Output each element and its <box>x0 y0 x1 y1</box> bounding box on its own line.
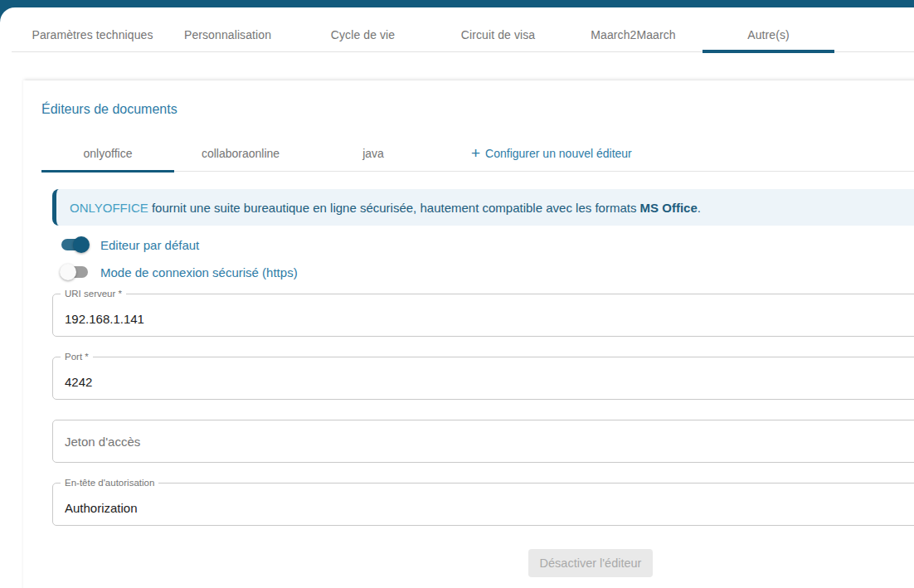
editor-config-form: ONLYOFFICE fournit une suite bureautique… <box>52 172 914 577</box>
tab-autres[interactable]: Autre(s) <box>701 19 836 52</box>
https-mode-toggle-row: Mode de connexion sécurisé (https) <box>60 264 914 280</box>
add-editor-button[interactable]: + Configurer un nouvel éditeur <box>440 135 664 172</box>
port-label: Port * <box>61 352 93 362</box>
default-editor-toggle-row: Editeur par défaut <box>60 236 914 253</box>
info-suffix: . <box>698 201 701 215</box>
info-text: fournit une suite bureautique en ligne s… <box>152 201 637 215</box>
port-input[interactable] <box>65 375 914 389</box>
page-title: Éditeurs de documents <box>41 102 914 117</box>
server-uri-label: URI serveur * <box>61 289 126 299</box>
server-uri-input[interactable] <box>65 312 914 326</box>
form-actions: Désactiver l'éditeur <box>52 549 914 577</box>
auth-header-label: En-tête d'autorisation <box>61 478 158 488</box>
tab-onlyoffice[interactable]: onlyoffice <box>41 135 174 172</box>
tab-circuit-de-visa[interactable]: Circuit de visa <box>430 19 566 52</box>
brand-link: ONLYOFFICE <box>70 201 148 215</box>
editor-tab-bar: onlyoffice collaboraonline java + Config… <box>41 135 914 172</box>
info-bold-text: MS Office <box>640 201 698 215</box>
auth-header-field: En-tête d'autorisation <box>52 483 914 526</box>
tab-maarch2maarch[interactable]: Maarch2Maarch <box>566 19 701 52</box>
settings-card: Paramètres techniques Personnalisation C… <box>0 7 914 588</box>
default-editor-toggle[interactable] <box>60 236 90 253</box>
access-token-input[interactable] <box>65 435 914 449</box>
toggle-knob <box>73 236 90 253</box>
tab-java[interactable]: java <box>307 135 440 172</box>
tab-collaboraonline[interactable]: collaboraonline <box>174 135 307 172</box>
info-banner: ONLYOFFICE fournit une suite bureautique… <box>52 189 914 226</box>
tab-parametres-techniques[interactable]: Paramètres techniques <box>25 19 160 52</box>
server-uri-field: URI serveur * <box>52 294 914 337</box>
plus-icon: + <box>471 145 480 161</box>
access-token-field <box>52 420 914 463</box>
main-tab-bar: Paramètres techniques Personnalisation C… <box>12 7 914 52</box>
add-editor-label: Configurer un nouvel éditeur <box>485 135 632 172</box>
tab-personnalisation[interactable]: Personnalisation <box>160 19 295 52</box>
toggle-group: Editeur par défaut Mode de connexion séc… <box>52 236 914 280</box>
https-mode-toggle[interactable] <box>60 264 90 280</box>
disable-editor-button[interactable]: Désactiver l'éditeur <box>528 549 653 577</box>
default-editor-toggle-label: Editeur par défaut <box>100 238 199 252</box>
toggle-knob <box>60 264 76 280</box>
tab-cycle-de-vie[interactable]: Cycle de vie <box>295 19 430 52</box>
port-field: Port * <box>52 357 914 400</box>
auth-header-input[interactable] <box>65 501 914 515</box>
document-editors-panel: Éditeurs de documents onlyoffice collabo… <box>23 80 914 588</box>
https-mode-toggle-label: Mode de connexion sécurisé (https) <box>100 265 298 279</box>
